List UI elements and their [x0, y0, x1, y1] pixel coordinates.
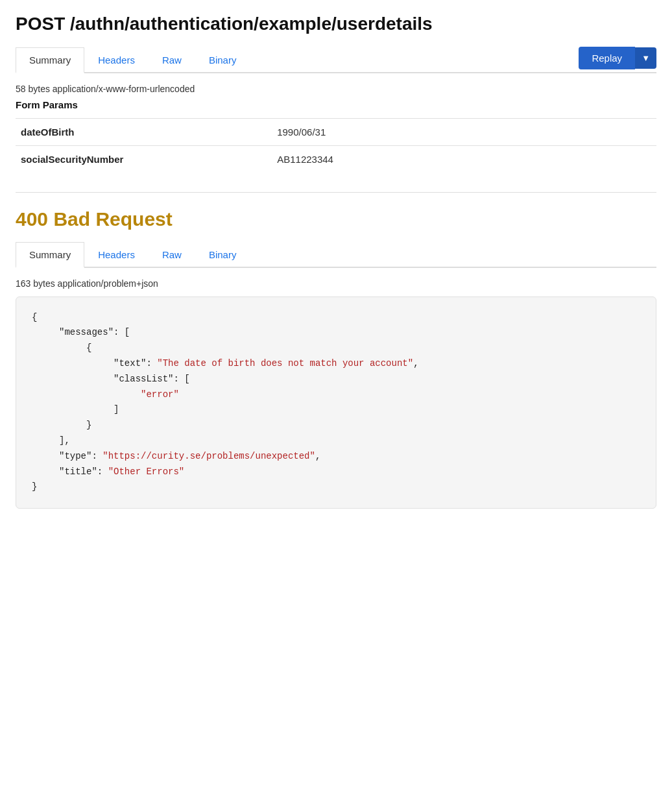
- response-tabs: Summary Headers Raw Binary: [16, 242, 250, 267]
- params-table: dateOfBirth 1990/06/31 socialSecurityNum…: [16, 118, 656, 173]
- param-key-1: socialSecurityNumber: [16, 145, 272, 173]
- response-section: 400 Bad Request Summary Headers Raw Bina…: [16, 192, 656, 509]
- section-divider: [16, 192, 656, 193]
- param-value-0: 1990/06/31: [272, 118, 656, 145]
- request-section: Summary Headers Raw Binary Replay ▼ 58 b…: [16, 47, 656, 173]
- request-tab-bar: Summary Headers Raw Binary Replay ▼: [16, 47, 656, 73]
- status-title: 400 Bad Request: [16, 208, 656, 230]
- tab-response-binary[interactable]: Binary: [195, 242, 250, 267]
- replay-wrapper: Replay ▼: [579, 47, 656, 69]
- tab-response-summary[interactable]: Summary: [16, 242, 84, 268]
- tab-request-summary[interactable]: Summary: [16, 47, 84, 73]
- page-title: POST /authn/authentication/example/userd…: [16, 13, 656, 35]
- tab-request-headers[interactable]: Headers: [84, 47, 149, 72]
- table-row: socialSecurityNumber AB11223344: [16, 145, 656, 173]
- replay-button[interactable]: Replay: [579, 47, 635, 69]
- response-meta: 163 bytes application/problem+json: [16, 278, 656, 289]
- tab-request-binary[interactable]: Binary: [195, 47, 250, 72]
- table-row: dateOfBirth 1990/06/31: [16, 118, 656, 145]
- param-value-1: AB11223344: [272, 145, 656, 173]
- tab-request-raw[interactable]: Raw: [149, 47, 195, 72]
- response-tab-bar: Summary Headers Raw Binary: [16, 242, 656, 268]
- chevron-down-icon: ▼: [642, 53, 650, 63]
- request-tabs: Summary Headers Raw Binary: [16, 47, 250, 72]
- param-key-0: dateOfBirth: [16, 118, 272, 145]
- replay-dropdown-button[interactable]: ▼: [635, 47, 656, 69]
- request-meta: 58 bytes application/x-www-form-urlencod…: [16, 84, 656, 94]
- tab-response-raw[interactable]: Raw: [149, 242, 195, 267]
- tab-response-headers[interactable]: Headers: [84, 242, 149, 267]
- json-content-block: { "messages": [ { "text": "The date of b…: [16, 297, 656, 509]
- form-params-label: Form Params: [16, 99, 656, 115]
